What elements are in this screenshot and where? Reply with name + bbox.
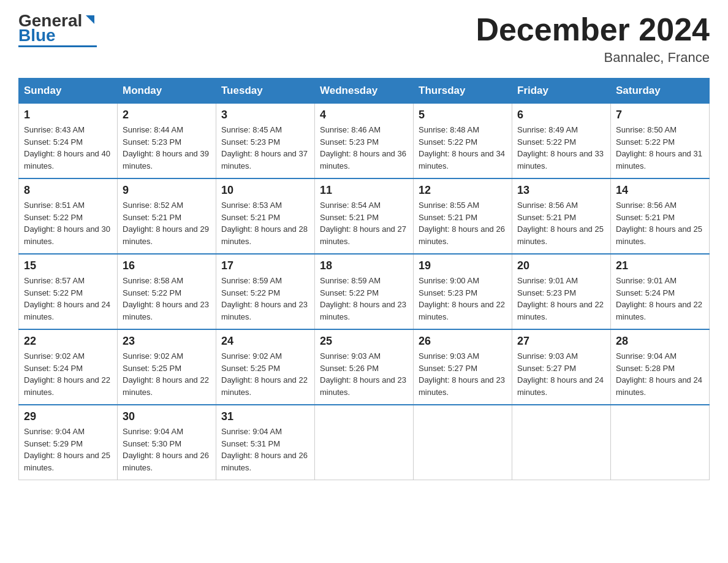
day-info: Sunrise: 8:58 AMSunset: 5:22 PMDaylight:…	[123, 275, 211, 323]
day-info: Sunrise: 9:01 AMSunset: 5:24 PMDaylight:…	[616, 275, 704, 323]
day-info: Sunrise: 8:56 AMSunset: 5:21 PMDaylight:…	[616, 199, 704, 247]
day-info: Sunrise: 9:04 AMSunset: 5:31 PMDaylight:…	[221, 426, 309, 473]
calendar-cell: 27 Sunrise: 9:03 AMSunset: 5:27 PMDaylig…	[512, 329, 611, 405]
day-info: Sunrise: 8:59 AMSunset: 5:22 PMDaylight:…	[320, 275, 408, 323]
day-number: 21	[616, 259, 704, 272]
calendar-cell: 4 Sunrise: 8:46 AMSunset: 5:23 PMDayligh…	[315, 104, 414, 179]
day-info: Sunrise: 9:02 AMSunset: 5:25 PMDaylight:…	[221, 350, 309, 398]
day-info: Sunrise: 8:46 AMSunset: 5:23 PMDaylight:…	[320, 124, 408, 172]
week-row-1: 1 Sunrise: 8:43 AMSunset: 5:24 PMDayligh…	[19, 104, 710, 179]
week-row-5: 29 Sunrise: 9:04 AMSunset: 5:29 PMDaylig…	[19, 405, 710, 480]
day-number: 2	[123, 109, 211, 121]
calendar-cell	[414, 405, 512, 480]
calendar-cell: 1 Sunrise: 8:43 AMSunset: 5:24 PMDayligh…	[19, 104, 118, 179]
day-number: 18	[320, 259, 408, 272]
day-number: 5	[419, 109, 507, 121]
day-info: Sunrise: 8:49 AMSunset: 5:22 PMDaylight:…	[517, 124, 605, 172]
day-info: Sunrise: 8:53 AMSunset: 5:21 PMDaylight:…	[221, 199, 309, 247]
day-info: Sunrise: 9:04 AMSunset: 5:28 PMDaylight:…	[616, 350, 704, 398]
day-number: 20	[517, 259, 605, 272]
logo: General Blue	[18, 12, 97, 47]
day-number: 12	[419, 184, 507, 197]
day-number: 8	[24, 184, 112, 197]
day-number: 4	[320, 109, 408, 121]
day-number: 3	[221, 109, 309, 121]
day-info: Sunrise: 9:03 AMSunset: 5:27 PMDaylight:…	[517, 350, 605, 398]
calendar-cell: 26 Sunrise: 9:03 AMSunset: 5:27 PMDaylig…	[414, 329, 512, 405]
calendar-cell: 20 Sunrise: 9:01 AMSunset: 5:23 PMDaylig…	[512, 254, 611, 329]
calendar-cell: 28 Sunrise: 9:04 AMSunset: 5:28 PMDaylig…	[611, 329, 710, 405]
week-row-4: 22 Sunrise: 9:02 AMSunset: 5:24 PMDaylig…	[19, 329, 710, 405]
calendar-cell: 14 Sunrise: 8:56 AMSunset: 5:21 PMDaylig…	[611, 178, 710, 254]
svg-marker-0	[86, 15, 94, 24]
header-thursday: Thursday	[414, 79, 512, 104]
day-number: 29	[24, 410, 112, 423]
day-number: 10	[221, 184, 309, 197]
calendar-cell: 17 Sunrise: 8:59 AMSunset: 5:22 PMDaylig…	[216, 254, 315, 329]
calendar-cell: 6 Sunrise: 8:49 AMSunset: 5:22 PMDayligh…	[512, 104, 611, 179]
calendar-cell: 25 Sunrise: 9:03 AMSunset: 5:26 PMDaylig…	[315, 329, 414, 405]
day-info: Sunrise: 8:44 AMSunset: 5:23 PMDaylight:…	[123, 124, 211, 172]
calendar-table: SundayMondayTuesdayWednesdayThursdayFrid…	[18, 78, 710, 480]
day-info: Sunrise: 9:03 AMSunset: 5:27 PMDaylight:…	[419, 350, 507, 398]
day-number: 14	[616, 184, 704, 197]
calendar-cell: 8 Sunrise: 8:51 AMSunset: 5:22 PMDayligh…	[19, 178, 118, 254]
day-number: 1	[24, 109, 112, 121]
calendar-cell: 30 Sunrise: 9:04 AMSunset: 5:30 PMDaylig…	[118, 405, 216, 480]
day-info: Sunrise: 8:45 AMSunset: 5:23 PMDaylight:…	[221, 124, 309, 172]
day-number: 13	[517, 184, 605, 197]
day-info: Sunrise: 9:03 AMSunset: 5:26 PMDaylight:…	[320, 350, 408, 398]
header-tuesday: Tuesday	[216, 79, 315, 104]
day-info: Sunrise: 9:00 AMSunset: 5:23 PMDaylight:…	[419, 275, 507, 323]
day-info: Sunrise: 8:55 AMSunset: 5:21 PMDaylight:…	[419, 199, 507, 247]
day-number: 30	[123, 410, 211, 423]
day-number: 19	[419, 259, 507, 272]
calendar-header-row: SundayMondayTuesdayWednesdayThursdayFrid…	[19, 79, 710, 104]
day-info: Sunrise: 8:48 AMSunset: 5:22 PMDaylight:…	[419, 124, 507, 172]
day-info: Sunrise: 9:02 AMSunset: 5:25 PMDaylight:…	[123, 350, 211, 398]
day-info: Sunrise: 8:50 AMSunset: 5:22 PMDaylight:…	[616, 124, 704, 172]
calendar-cell: 13 Sunrise: 8:56 AMSunset: 5:21 PMDaylig…	[512, 178, 611, 254]
calendar-cell: 23 Sunrise: 9:02 AMSunset: 5:25 PMDaylig…	[118, 329, 216, 405]
day-info: Sunrise: 8:57 AMSunset: 5:22 PMDaylight:…	[24, 275, 112, 323]
header-wednesday: Wednesday	[315, 79, 414, 104]
day-number: 28	[616, 335, 704, 348]
page-header: General Blue December 2024 Bannalec, Fra…	[18, 12, 710, 66]
day-number: 27	[517, 335, 605, 348]
header-friday: Friday	[512, 79, 611, 104]
calendar-cell: 2 Sunrise: 8:44 AMSunset: 5:23 PMDayligh…	[118, 104, 216, 179]
day-number: 17	[221, 259, 309, 272]
calendar-cell: 31 Sunrise: 9:04 AMSunset: 5:31 PMDaylig…	[216, 405, 315, 480]
day-number: 24	[221, 335, 309, 348]
header-sunday: Sunday	[19, 79, 118, 104]
day-number: 6	[517, 109, 605, 121]
day-info: Sunrise: 9:04 AMSunset: 5:29 PMDaylight:…	[24, 426, 112, 473]
calendar-cell	[512, 405, 611, 480]
calendar-cell: 19 Sunrise: 9:00 AMSunset: 5:23 PMDaylig…	[414, 254, 512, 329]
day-number: 22	[24, 335, 112, 348]
day-number: 15	[24, 259, 112, 272]
header-saturday: Saturday	[611, 79, 710, 104]
day-info: Sunrise: 8:56 AMSunset: 5:21 PMDaylight:…	[517, 199, 605, 247]
logo-triangle-icon	[83, 13, 97, 26]
calendar-cell: 16 Sunrise: 8:58 AMSunset: 5:22 PMDaylig…	[118, 254, 216, 329]
logo-blue-text: Blue	[18, 27, 56, 44]
day-info: Sunrise: 8:59 AMSunset: 5:22 PMDaylight:…	[221, 275, 309, 323]
day-info: Sunrise: 8:43 AMSunset: 5:24 PMDaylight:…	[24, 124, 112, 172]
location-subtitle: Bannalec, France	[476, 50, 710, 66]
day-number: 7	[616, 109, 704, 121]
week-row-3: 15 Sunrise: 8:57 AMSunset: 5:22 PMDaylig…	[19, 254, 710, 329]
day-number: 9	[123, 184, 211, 197]
day-info: Sunrise: 8:52 AMSunset: 5:21 PMDaylight:…	[123, 199, 211, 247]
day-number: 25	[320, 335, 408, 348]
calendar-cell: 29 Sunrise: 9:04 AMSunset: 5:29 PMDaylig…	[19, 405, 118, 480]
day-number: 23	[123, 335, 211, 348]
calendar-cell: 22 Sunrise: 9:02 AMSunset: 5:24 PMDaylig…	[19, 329, 118, 405]
title-block: December 2024 Bannalec, France	[476, 12, 710, 66]
calendar-cell: 9 Sunrise: 8:52 AMSunset: 5:21 PMDayligh…	[118, 178, 216, 254]
calendar-cell: 10 Sunrise: 8:53 AMSunset: 5:21 PMDaylig…	[216, 178, 315, 254]
month-title: December 2024	[476, 12, 710, 47]
calendar-cell: 15 Sunrise: 8:57 AMSunset: 5:22 PMDaylig…	[19, 254, 118, 329]
calendar-cell: 21 Sunrise: 9:01 AMSunset: 5:24 PMDaylig…	[611, 254, 710, 329]
day-info: Sunrise: 8:54 AMSunset: 5:21 PMDaylight:…	[320, 199, 408, 247]
